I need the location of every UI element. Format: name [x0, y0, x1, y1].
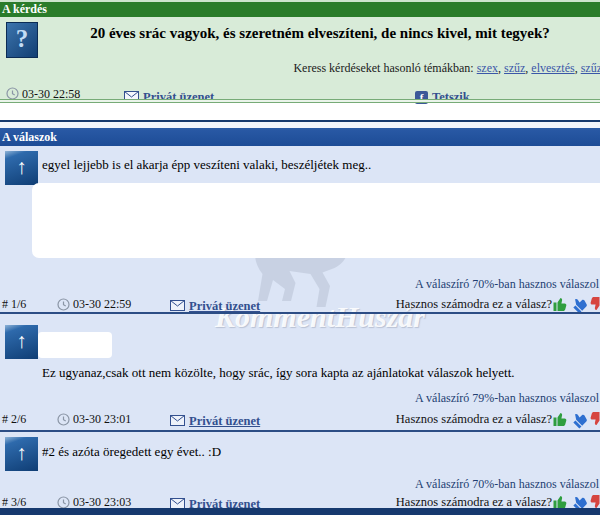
- answer-index: # 1/6: [2, 297, 26, 312]
- topic-link-elvesztes[interactable]: elvesztés: [531, 61, 574, 75]
- thumb-up-icon[interactable]: [552, 411, 568, 427]
- thumb-down-icon[interactable]: [589, 411, 600, 427]
- related-topics-label: Keress kérdéseket hasonló témákban:: [293, 61, 476, 75]
- answer-text: Ez ugyanaz,csak ott nem közölte, hogy sr…: [42, 365, 582, 381]
- answer-time: 03-30 23:01: [73, 412, 131, 427]
- answer-arrow-icon: ↑: [5, 437, 38, 471]
- answer-private-message-label: Privát üzenet: [189, 299, 260, 313]
- question-mark-icon: ?: [6, 22, 38, 58]
- answer-text: egyel lejjebb is el akarja épp veszíteni…: [42, 157, 582, 173]
- envelope-icon: [170, 415, 185, 426]
- topic-link-szex[interactable]: szex: [477, 61, 498, 75]
- thumb-neutral-icon[interactable]: [568, 408, 591, 431]
- question-section-header: A kérdés: [0, 2, 600, 17]
- answerer-rating: A válaszíró 70%-ban hasznos válaszol: [415, 477, 599, 492]
- topic-link-szuz-1[interactable]: szűz: [504, 61, 525, 75]
- useful-question-label: Hasznos számodra ez a válasz?: [396, 412, 552, 427]
- answers-section-header: A válaszok: [0, 128, 600, 146]
- answer-private-message-link[interactable]: Privát üzenet: [170, 411, 260, 429]
- answer-time: 03-30 22:59: [73, 297, 131, 312]
- answer-private-message-label: Privát üzenet: [189, 414, 260, 428]
- answer-divider: [0, 312, 600, 314]
- thumb-down-icon[interactable]: [589, 296, 600, 312]
- qa-page: A kérdés ? 20 éves srác vagyok, és szere…: [0, 0, 600, 515]
- answer-arrow-icon: ↑: [5, 325, 38, 359]
- censored-content-box: [32, 183, 600, 258]
- answer-index: # 2/6: [2, 412, 26, 427]
- green-separator: [0, 99, 600, 103]
- clock-icon: [57, 413, 70, 426]
- useful-question-label: Hasznos számodra ez a válasz?: [396, 297, 552, 312]
- answer-divider: [0, 430, 600, 432]
- thumb-up-icon[interactable]: [552, 296, 568, 312]
- clock-icon: [57, 298, 70, 311]
- answer-text: #2 és azóta öregedett egy évet.. :D: [42, 444, 582, 460]
- envelope-icon: [170, 300, 185, 311]
- bottom-bar: [0, 508, 600, 515]
- answerer-rating: A válaszíró 70%-ban hasznos válaszol: [415, 277, 599, 292]
- answer-meta-row: # 2/6 03-30 23:01 Privát üzenet Hasznos …: [0, 411, 600, 429]
- censored-username-box: [38, 332, 112, 358]
- question-title: 20 éves srác vagyok, és szeretném elvesz…: [40, 25, 600, 42]
- related-topics: Keress kérdéseket hasonló témákban: szex…: [293, 61, 600, 76]
- answerer-rating: A válaszíró 79%-ban hasznos válaszol: [415, 391, 599, 406]
- answer-arrow-icon: ↑: [5, 151, 38, 185]
- topic-link-szuz-2[interactable]: szűz: [581, 61, 600, 75]
